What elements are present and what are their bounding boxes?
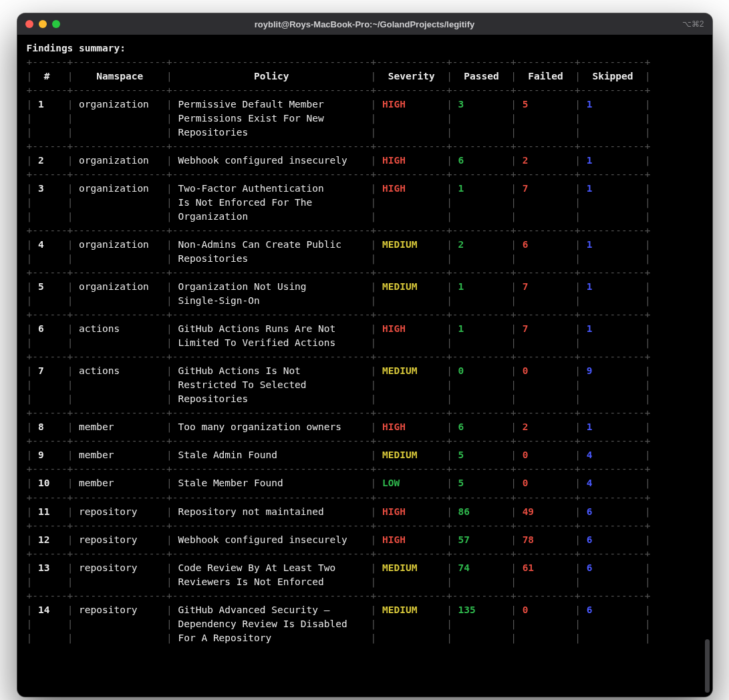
table-row: | | | Is Not Enforced For The | | | | | xyxy=(27,196,703,210)
table-row: | | | For A Repository | | | | | xyxy=(27,631,703,645)
table-row: | 4 | organization | Non-Admins Can Crea… xyxy=(27,238,703,252)
table-row: | | | Organization | | | | | xyxy=(27,210,703,224)
window-titlebar: royblit@Roys-MacBook-Pro:~/GolandProject… xyxy=(17,13,712,35)
table-row: | 9 | member | Stale Admin Found | MEDIU… xyxy=(27,448,703,462)
scrollbar-thumb[interactable] xyxy=(705,639,710,693)
table-row: | 8 | member | Too many organization own… xyxy=(27,420,703,434)
table-row: | | | Repositories | | | | | xyxy=(27,252,703,266)
table-header: | # | Namspace | Policy | Severity | Pas… xyxy=(27,69,703,83)
table-row: | 14 | repository | GitHub Advanced Secu… xyxy=(27,603,703,617)
table-row: | 5 | organization | Organization Not Us… xyxy=(27,280,703,294)
window-pane-indicator: ⌥⌘2 xyxy=(682,19,704,29)
table-row: | 3 | organization | Two-Factor Authenti… xyxy=(27,182,703,196)
table-row: | 1 | organization | Permissive Default … xyxy=(27,98,703,112)
window-title: royblit@Roys-MacBook-Pro:~/GolandProject… xyxy=(17,19,712,29)
close-icon[interactable] xyxy=(25,20,33,28)
table-row: | | | Permissions Exist For New | | | | … xyxy=(27,112,703,126)
table-row: | | | Repositories | | | | | xyxy=(27,392,703,406)
terminal-output[interactable]: Findings summary:+------+---------------… xyxy=(17,35,712,697)
table-row: | | | Restricted To Selected | | | | | xyxy=(27,378,703,392)
zoom-icon[interactable] xyxy=(52,20,60,28)
table-row: | 13 | repository | Code Review By At Le… xyxy=(27,561,703,575)
table-row: | | | Reviewers Is Not Enforced | | | | … xyxy=(27,575,703,589)
table-row: | 11 | repository | Repository not maint… xyxy=(27,505,703,519)
table-row: | | | Limited To Verified Actions | | | … xyxy=(27,336,703,350)
table-row: | 6 | actions | GitHub Actions Runs Are … xyxy=(27,322,703,336)
table-row: | | | Repositories | | | | | xyxy=(27,126,703,140)
terminal-window: royblit@Roys-MacBook-Pro:~/GolandProject… xyxy=(17,13,712,697)
window-controls xyxy=(25,20,60,28)
table-row: | 7 | actions | GitHub Actions Is Not | … xyxy=(27,364,703,378)
table-row: | 10 | member | Stale Member Found | LOW… xyxy=(27,476,703,490)
table-row: | | | Dependency Review Is Disabled | | … xyxy=(27,617,703,631)
table-row: | 12 | repository | Webhook configured i… xyxy=(27,533,703,547)
table-row: | 2 | organization | Webhook configured … xyxy=(27,154,703,168)
minimize-icon[interactable] xyxy=(39,20,47,28)
table-row: | | | Single-Sign-On | | | | | xyxy=(27,294,703,308)
